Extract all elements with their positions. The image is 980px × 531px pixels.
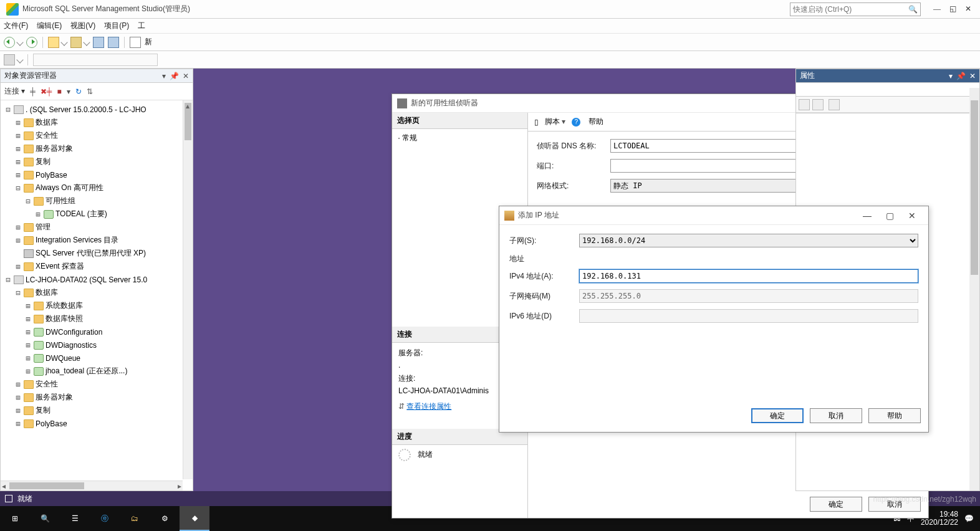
expand-icon[interactable]: ⊞	[34, 210, 42, 219]
settings-icon[interactable]: ⚙	[150, 506, 180, 531]
tree-node[interactable]: ⊟. (SQL Server 15.0.2000.5 - LC-JHO	[1, 103, 193, 116]
expand-icon[interactable]: ⊞	[14, 118, 22, 127]
expand-icon[interactable]: ⊟	[4, 105, 12, 114]
new-icon[interactable]	[130, 37, 141, 48]
expand-icon[interactable]: ⊞	[24, 328, 32, 337]
expand-icon[interactable]: ⊞	[14, 171, 22, 179]
tree-node[interactable]: SQL Server 代理(已禁用代理 XP)	[1, 247, 193, 260]
minimize-button[interactable]: —	[933, 4, 941, 14]
menu-tools[interactable]: 工	[138, 21, 145, 31]
properties-combo[interactable]	[796, 83, 979, 97]
ipv4-input[interactable]	[579, 269, 918, 283]
filter-icon[interactable]: ▾	[67, 87, 70, 96]
close-panel-icon[interactable]: ✕	[183, 72, 189, 80]
expand-icon[interactable]: ⊞	[14, 236, 22, 245]
expand-icon[interactable]: ⊟	[14, 289, 22, 297]
quick-launch-input[interactable]	[793, 5, 908, 14]
expand-icon[interactable]: ⊞	[14, 132, 22, 140]
dropdown-icon[interactable]: ▾	[949, 72, 953, 80]
view-connection-properties-link[interactable]: 查看连接属性	[406, 402, 451, 411]
tree-node[interactable]: ⊞数据库	[1, 116, 193, 129]
tree-node[interactable]: ⊟数据库	[1, 286, 193, 299]
start-button[interactable]: ⊞	[0, 506, 30, 531]
save-all-icon[interactable]	[108, 37, 119, 48]
expand-icon[interactable]: ⊟	[4, 275, 12, 284]
object-explorer-tree[interactable]: ⊟. (SQL Server 15.0.2000.5 - LC-JHO⊞数据库⊞…	[1, 100, 193, 490]
tree-node[interactable]: ⊞复制	[1, 155, 193, 168]
forward-icon[interactable]	[26, 37, 37, 48]
tree-node[interactable]: ⊞安全性	[1, 378, 193, 391]
new-query-icon[interactable]	[48, 37, 59, 48]
tree-node[interactable]: ⊟Always On 高可用性	[1, 181, 193, 194]
tree-node[interactable]: ⊞XEvent 探查器	[1, 260, 193, 273]
expand-icon[interactable]: ⊟	[24, 197, 32, 206]
menu-view[interactable]: 视图(V)	[70, 21, 95, 31]
search-taskbar-icon[interactable]: 🔍	[30, 506, 60, 531]
taskview-icon[interactable]: ☰	[60, 506, 90, 531]
tree-node[interactable]: ⊞PolyBase	[1, 417, 193, 430]
save-icon[interactable]	[93, 37, 104, 48]
expand-icon[interactable]: ⊞	[14, 393, 22, 402]
dialog-maximize-button[interactable]: ▢	[878, 211, 901, 221]
menu-project[interactable]: 项目(P)	[104, 21, 129, 31]
chevron-down-icon[interactable]	[16, 39, 23, 45]
horizontal-scrollbar[interactable]: ◂▸	[1, 481, 183, 490]
open-icon[interactable]	[70, 37, 82, 48]
wrench-icon[interactable]	[829, 99, 840, 110]
tree-node[interactable]: ⊞Integration Services 目录	[1, 234, 193, 247]
connect-button[interactable]: 连接 ▾	[4, 86, 25, 97]
dialog-close-button[interactable]: ✕	[901, 211, 923, 221]
listener-ok-button[interactable]: 确定	[810, 497, 862, 512]
subnet-select[interactable]: 192.168.0.0/24	[579, 234, 918, 247]
script-button[interactable]: 脚本	[545, 117, 565, 127]
tree-node[interactable]: ⊞安全性	[1, 129, 193, 142]
ssms-taskbar-icon[interactable]: ◆	[180, 506, 209, 531]
chevron-down-icon[interactable]	[60, 39, 67, 45]
vertical-scrollbar[interactable]: ▴	[183, 100, 193, 479]
tree-node[interactable]: ⊞DWQueue	[1, 352, 193, 365]
pin-icon[interactable]: 📌	[956, 72, 966, 80]
expand-icon[interactable]: ⊟	[14, 184, 22, 193]
expand-icon[interactable]: ⊞	[24, 302, 32, 310]
dropdown-icon[interactable]: ▾	[162, 72, 166, 80]
addip-ok-button[interactable]: 确定	[751, 408, 804, 423]
tree-node[interactable]: ⊞复制	[1, 404, 193, 417]
expand-icon[interactable]: ⊞	[24, 341, 32, 350]
expand-icon[interactable]: ⊞	[14, 380, 22, 389]
tree-node[interactable]: ⊞DWDiagnostics	[1, 338, 193, 352]
disconnect-icon[interactable]: ✖╪	[41, 87, 52, 96]
expand-icon[interactable]: ⊞	[24, 367, 32, 376]
toolbar-new-label[interactable]: 新	[145, 37, 152, 47]
tree-node[interactable]: ⊞jhoa_todeal (正在还原...)	[1, 365, 193, 378]
expand-icon[interactable]: ⊞	[14, 223, 22, 232]
search-icon[interactable]: 🔍	[908, 5, 918, 14]
expand-icon[interactable]: ⊞	[14, 158, 22, 166]
hammer-icon[interactable]	[4, 54, 15, 65]
plug-icon[interactable]: ╪	[30, 87, 36, 96]
maximize-button[interactable]: ◱	[949, 4, 956, 14]
chevron-down-icon[interactable]	[83, 39, 90, 45]
tree-node[interactable]: ⊞DWConfiguration	[1, 325, 193, 338]
close-button[interactable]: ✕	[965, 4, 971, 14]
expand-icon[interactable]: ⊞	[14, 419, 22, 428]
tree-node[interactable]: ⊞数据库快照	[1, 312, 193, 325]
expand-icon[interactable]: ⊞	[14, 145, 22, 153]
tree-node[interactable]: ⊞服务器对象	[1, 142, 193, 155]
dialog-minimize-button[interactable]: —	[856, 211, 878, 221]
chevron-down-icon[interactable]	[16, 56, 23, 63]
vertical-scrollbar[interactable]	[969, 88, 979, 490]
expand-icon[interactable]: ⊞	[14, 406, 22, 415]
page-general[interactable]: 常规	[398, 133, 521, 143]
alphabetical-icon[interactable]	[812, 99, 824, 110]
expand-icon[interactable]: ⊞	[14, 262, 22, 271]
addip-cancel-button[interactable]: 取消	[810, 408, 862, 423]
pin-icon[interactable]: 📌	[170, 72, 179, 80]
close-panel-icon[interactable]: ✕	[969, 72, 976, 80]
tree-node[interactable]: ⊟可用性组	[1, 194, 193, 208]
tree-node[interactable]: ⊞管理	[1, 221, 193, 234]
notifications-icon[interactable]: 💬	[964, 514, 974, 523]
addip-help-button[interactable]: 帮助	[868, 408, 921, 423]
back-icon[interactable]	[4, 37, 15, 48]
menu-edit[interactable]: 编辑(E)	[37, 21, 62, 31]
tree-node[interactable]: ⊞服务器对象	[1, 391, 193, 404]
